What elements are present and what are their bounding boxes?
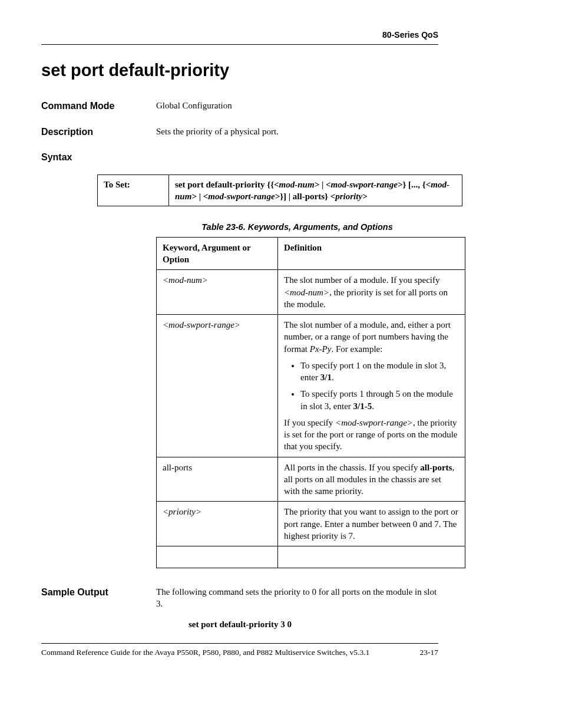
col-header-definition: Definition	[278, 237, 465, 270]
syntax-to-set-value: set port default-priority {{<mod-num> | …	[169, 174, 462, 206]
empty-cell	[278, 546, 465, 568]
sample-output-command: set port default-priority 3 0	[189, 618, 438, 630]
syntax-text: } [..., {	[402, 180, 425, 189]
arg-def: The priority that you want to assign to …	[278, 502, 465, 546]
arg-def: All ports in the chassis. If you specify…	[278, 457, 465, 502]
syntax-text: |	[319, 180, 326, 189]
def-bullets: To specify port 1 on the module in slot …	[284, 360, 459, 412]
col-header-keyword: Keyword, Argument or Option	[157, 237, 278, 270]
syntax-arg: <mod-num>	[274, 180, 319, 189]
syntax-arg: <mod-swport-range>	[326, 180, 402, 189]
syntax-text: }] | all-ports}	[280, 192, 330, 201]
def-bold: all-ports	[420, 463, 452, 472]
arg-def: The slot number of a module. If you spec…	[278, 270, 465, 315]
list-item: To specify ports 1 through 5 on the modu…	[300, 388, 459, 412]
syntax-arg: <mod-swport-range>	[203, 192, 280, 201]
sample-output-body: The following command sets the priority …	[156, 586, 438, 630]
syntax-label: Syntax	[41, 151, 438, 164]
header-section: 80-Series QoS	[41, 29, 438, 41]
description-row: Description Sets the priority of a physi…	[41, 126, 438, 139]
def-bold: 3/1-5	[353, 401, 372, 411]
sample-output-label: Sample Output	[41, 586, 156, 630]
def-bold: 3/1	[320, 373, 332, 382]
args-table: Keyword, Argument or Option Definition <…	[156, 237, 465, 568]
list-item: To specify port 1 on the module in slot …	[300, 360, 459, 384]
def-ital: Px-Py	[310, 344, 332, 354]
arg-key: <mod-swport-range>	[157, 315, 278, 457]
def-paragraph: The slot number of a module, and, either…	[284, 319, 459, 355]
command-mode-value: Global Configuration	[156, 100, 438, 113]
arg-key: <priority>	[157, 502, 278, 546]
def-text: The slot number of a module. If you spec…	[284, 275, 440, 285]
arg-def: The slot number of a module, and, either…	[278, 315, 465, 457]
syntax-to-set-label: To Set:	[98, 174, 169, 206]
def-text: To specify ports 1 through 5 on the modu…	[300, 389, 453, 410]
def-text: .	[372, 401, 374, 411]
command-mode-row: Command Mode Global Configuration	[41, 100, 438, 113]
arg-key: <mod-num>	[157, 270, 278, 315]
def-ital: <mod-swport-range>	[335, 418, 413, 427]
empty-cell	[157, 546, 278, 568]
description-value: Sets the priority of a physical port.	[156, 126, 438, 139]
footer-right: 23-17	[420, 647, 439, 658]
footer: Command Reference Guide for the Avaya P5…	[41, 647, 438, 658]
footer-left: Command Reference Guide for the Avaya P5…	[41, 647, 369, 658]
sample-output-row: Sample Output The following command sets…	[41, 586, 438, 630]
def-text: .	[332, 373, 334, 382]
table-row: <mod-swport-range> The slot number of a …	[157, 315, 465, 457]
table-row: all-ports All ports in the chassis. If y…	[157, 457, 465, 502]
sample-output-text: The following command sets the priority …	[156, 586, 438, 610]
table-row-empty	[157, 546, 465, 568]
top-rule	[41, 44, 438, 45]
syntax-text: set port default-priority {{	[175, 180, 274, 189]
arg-key: all-ports	[157, 457, 278, 502]
def-ital: <mod-num>	[284, 288, 329, 297]
syntax-arg: <priority>	[330, 192, 368, 201]
description-label: Description	[41, 126, 156, 139]
def-text: All ports in the chassis. If you specify	[284, 463, 420, 472]
syntax-text: |	[197, 192, 203, 201]
page-title: set port default-priority	[41, 59, 438, 82]
table-header-row: Keyword, Argument or Option Definition	[157, 237, 465, 270]
command-mode-label: Command Mode	[41, 100, 156, 113]
syntax-table: To Set: set port default-priority {{<mod…	[97, 174, 462, 207]
def-text: . For example:	[331, 344, 382, 354]
table-row: <priority> The priority that you want to…	[157, 502, 465, 546]
def-text: If you specify	[284, 418, 335, 427]
table-caption: Table 23-6. Keywords, Arguments, and Opt…	[156, 222, 438, 233]
table-row: <mod-num> The slot number of a module. I…	[157, 270, 465, 315]
bottom-rule	[41, 643, 438, 644]
def-paragraph: If you specify <mod-swport-range>, the p…	[284, 417, 459, 453]
